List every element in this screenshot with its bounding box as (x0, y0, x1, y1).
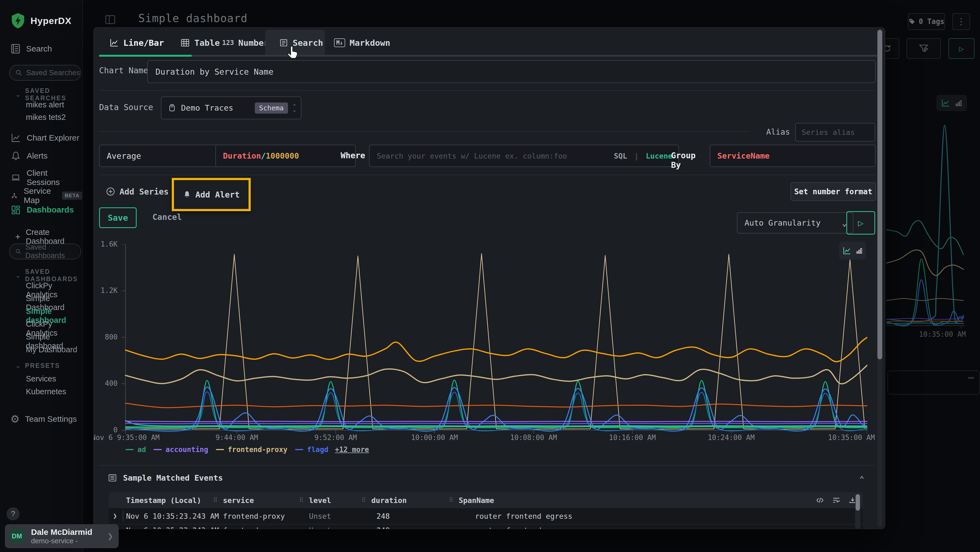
cancel-button[interactable]: Cancel (148, 207, 186, 227)
saved-searches-input[interactable]: Saved Searches (9, 65, 81, 81)
tab-line-bar[interactable]: Line/Bar (109, 33, 164, 53)
saved-dashboards-header[interactable]: ⌄ SAVED DASHBOARDS (15, 268, 82, 283)
legend-item[interactable]: ad (137, 445, 146, 454)
saved-searches-header[interactable]: ⌄ SAVED SEARCHES (15, 87, 82, 102)
sidebar-item-dashboards[interactable]: Dashboards (10, 204, 74, 215)
sidebar-item-service-map[interactable]: Service Map BETA (10, 187, 82, 205)
cell-duration: 248 (377, 526, 390, 529)
set-number-format-button[interactable]: Set number format (791, 182, 876, 201)
sidebar-item-alerts[interactable]: Alerts (10, 150, 48, 161)
saved-search-item[interactable]: mikes alert (26, 100, 64, 109)
sample-events-header: Sample Matched Events (108, 473, 223, 482)
expression-input[interactable]: Duration/1000000 (215, 145, 356, 167)
chart-type-toggle[interactable] (839, 242, 866, 260)
x-tick: 10:35:00 AM (796, 434, 875, 442)
col-duration[interactable]: duration (371, 496, 407, 504)
granularity-select[interactable]: Auto Granularity ⌄ (737, 212, 853, 233)
col-spanname[interactable]: SpanName (459, 496, 494, 504)
sidebar-item-chart-explorer[interactable]: Chart Explorer (10, 132, 79, 143)
tab-number[interactable]: 123 Number (222, 33, 269, 53)
drag-handle-icon[interactable]: ⠿ (449, 497, 453, 504)
presets-header[interactable]: ⌄ PRESETS (15, 362, 60, 369)
drag-handle-icon[interactable]: ⠿ (213, 497, 218, 504)
table-row-clipped[interactable]: ❯ Nov 6 10:35:23.243 AM frontend-proxy U… (109, 524, 863, 529)
tab-table[interactable]: Table (180, 33, 220, 53)
add-series-button[interactable]: Add Series (106, 182, 169, 202)
tab-markdown[interactable]: M↓ Markdown (334, 33, 390, 53)
y-tick-1600: 1.6K (96, 240, 118, 248)
legend-more[interactable]: +12 more (335, 445, 369, 454)
preset-item[interactable]: Services (26, 374, 56, 383)
sql-separator: | (634, 152, 639, 160)
save-button[interactable]: Save (99, 207, 137, 228)
tab-underline-track (102, 55, 877, 57)
saved-dashboard-item[interactable]: My Dashboard (26, 345, 77, 354)
y-tick-1200: 1.2K (96, 286, 118, 295)
bell-icon (10, 150, 21, 161)
add-alert-highlight: Add Alert (172, 178, 251, 211)
main-chart[interactable] (119, 244, 867, 436)
app-root: Simple dashboard 0 Tags ⋮ ▷ 10:35:00 AM … (0, 0, 980, 552)
x-tick: 10:24:00 AM (682, 434, 780, 442)
legend-item[interactable]: frontend-proxy (228, 445, 288, 454)
brand[interactable]: HyperDX (10, 13, 72, 29)
run-chart-button[interactable]: ▷ (846, 211, 875, 235)
sidebar-item-search[interactable]: Search (10, 43, 52, 54)
drag-handle-icon[interactable]: ⠿ (299, 497, 304, 504)
legend-item[interactable]: flagd (307, 445, 328, 454)
modal-scrollbar-thumb[interactable] (877, 30, 882, 359)
plus-icon: + (15, 232, 21, 242)
add-alert-button[interactable]: Add Alert (183, 190, 240, 199)
y-tick-0: 0 (96, 426, 118, 434)
group-by-input[interactable]: ServiceName (710, 145, 875, 167)
search-icon (15, 248, 22, 255)
table-row[interactable]: ❯ Nov 6 10:35:23.243 AM frontend-proxy U… (109, 508, 863, 524)
sidebar-item-client-sessions[interactable]: Client Sessions (10, 168, 82, 187)
where-placeholder: Search your events w/ Lucene ex. column:… (377, 152, 614, 160)
col-service[interactable]: service (223, 496, 254, 504)
chevron-down-icon: ⌄ (15, 91, 21, 98)
service-map-icon (10, 190, 18, 201)
line-bar-tab-icon (109, 38, 119, 48)
saved-searches-placeholder: Saved Searches (26, 69, 80, 77)
col-level[interactable]: level (309, 496, 331, 504)
legend-item[interactable]: accounting (165, 445, 208, 454)
data-source-label: Data Source (99, 102, 153, 112)
data-source-value: Demo Traces (181, 103, 250, 113)
alias-input[interactable]: Series alias (795, 123, 875, 141)
granularity-value: Auto Granularity (745, 218, 842, 228)
chart-name-input[interactable]: Duration by Service Name (147, 60, 876, 83)
line-chart-icon (842, 246, 851, 255)
cell-span: router frontend egress (475, 526, 573, 529)
search-log-icon (10, 43, 21, 54)
chevron-down-icon: ⌄ (15, 272, 21, 279)
chart-explorer-icon (10, 132, 21, 143)
sidebar-item-team-settings[interactable]: ⚙ Team Settings (10, 413, 77, 425)
drag-handle-icon[interactable]: ⠿ (361, 497, 366, 504)
table-scrollbar-thumb[interactable] (856, 494, 860, 511)
divider (99, 175, 875, 175)
lucene-option[interactable]: Lucene (646, 152, 672, 160)
preset-item[interactable]: Kubernetes (26, 387, 66, 396)
col-timestamp[interactable]: Timestamp (Local) (126, 496, 201, 504)
avatar: DM (9, 528, 25, 544)
help-button[interactable]: ? (6, 507, 20, 520)
data-source-select[interactable]: Demo Traces Schema ⌃⌄ (161, 96, 301, 119)
chevron-right-icon: ❯ (107, 532, 113, 541)
sql-toggle[interactable]: SQL | Lucene (614, 152, 672, 160)
where-input[interactable]: Search your events w/ Lucene ex. column:… (369, 145, 679, 167)
database-icon (168, 104, 176, 112)
chevron-down-icon: ⌄ (15, 362, 21, 369)
circle-plus-icon (106, 187, 115, 196)
collapse-section-button[interactable]: ⌃ (856, 473, 868, 485)
saved-dashboards-input[interactable]: Saved Dashboards (9, 244, 81, 259)
user-card[interactable]: DM Dale McDiarmid demo-service - ❯ (5, 524, 119, 548)
number-tab-icon: 123 (222, 39, 234, 46)
code-icon[interactable] (816, 496, 824, 504)
sql-option[interactable]: SQL (614, 152, 627, 160)
aggregation-select[interactable]: Average ⌃⌄ (99, 145, 224, 167)
saved-search-item[interactable]: mikes tets2 (26, 113, 66, 122)
row-expand-icon[interactable]: ❯ (113, 512, 117, 520)
wrap-lines-icon[interactable] (832, 496, 840, 504)
cell-duration: 248 (377, 512, 390, 520)
